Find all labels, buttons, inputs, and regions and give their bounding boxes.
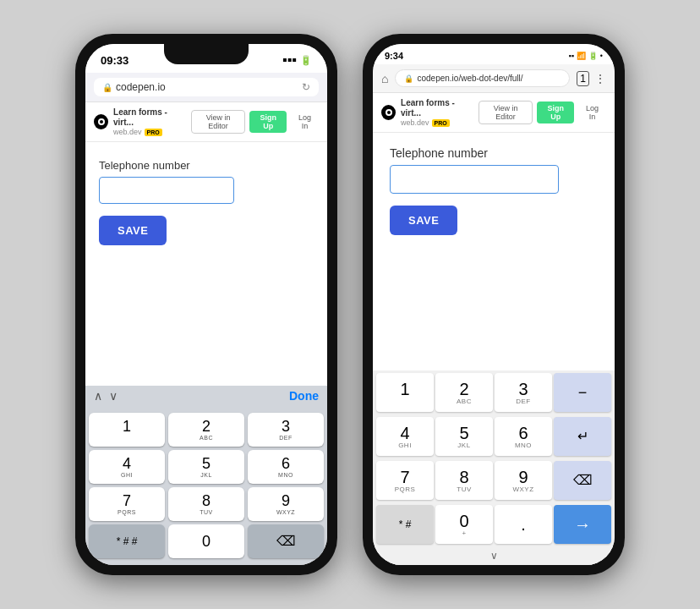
right-cp-toolbar: Learn forms - virt... web.dev PRO View i… [373,93,615,133]
android-kb-key-2[interactable]: 2 ABC [435,373,493,412]
kb-key-5[interactable]: 5 JKL [168,450,244,484]
android-kb-key-4[interactable]: 4 GHI [376,417,434,456]
left-page-content: Telephone number SAVE [85,142,327,386]
kb-key-3-main: 3 [282,419,290,434]
kb-key-0[interactable]: 0 [168,524,244,558]
right-cp-actions: View in Editor Sign Up Log In [479,101,606,124]
android-kb-enter-main: ↵ [577,430,588,443]
android-back-button[interactable]: ⌂ [381,72,388,85]
kb-key-8-sub: TUV [200,509,213,515]
ios-keyboard: 1 2 ABC 3 DEF 4 GHI 5 [85,408,327,565]
android-kb-2-sub: ABC [457,398,472,405]
ios-keyboard-toolbar: ∧ ∨ Done [85,386,327,408]
kb-arrow-down[interactable]: ∨ [109,389,118,403]
sign-up-button[interactable]: Sign Up [249,111,286,133]
kb-key-4-sub: GHI [121,472,133,478]
codepen-logo [94,114,108,129]
kb-key-6-sub: MNO [278,472,293,478]
android-kb-key-symbols[interactable]: * # [376,505,434,544]
left-save-button[interactable]: SAVE [99,216,167,245]
kb-key-4[interactable]: 4 GHI [89,450,165,484]
android-kb-6-main: 6 [518,425,528,442]
right-cp-subtitle: web.dev PRO [401,118,473,127]
kb-key-7[interactable]: 7 PQRS [89,487,165,521]
kb-key-3-sub: DEF [279,435,293,441]
android-keyboard-chevron[interactable]: ∨ [373,546,615,565]
signal-icon: ▪▪▪ [282,52,297,68]
android-keyboard: 1 2 ABC 3 DEF − 4 GHI [373,370,615,565]
android-kb-9-main: 9 [518,469,528,486]
right-form-label: Telephone number [390,146,598,160]
android-tab-icon[interactable]: 1 [577,71,589,86]
kb-arrow-up[interactable]: ∧ [94,389,102,403]
cp-domain: web.dev [113,128,142,136]
kb-key-1-main: 1 [123,419,131,434]
right-sign-up-button[interactable]: Sign Up [537,102,573,123]
log-in-button[interactable]: Log In [291,111,319,133]
android-kb-key-go[interactable]: → [554,505,611,544]
android-kb-go-main: → [574,516,591,533]
kb-key-2-main: 2 [202,419,211,434]
android-kb-key-3[interactable]: 3 DEF [495,373,552,412]
android-kb-key-dot[interactable]: . [495,505,552,544]
kb-key-0-main: 0 [202,534,211,549]
android-kb-key-0[interactable]: 0 + [435,505,493,544]
kb-key-5-main: 5 [202,456,211,471]
android-battery-icon: 🔋 [588,52,598,60]
view-editor-button[interactable]: View in Editor [191,110,246,134]
android-kb-key-backspace[interactable]: ⌫ [554,461,611,500]
android-kb-key-5[interactable]: 5 JKL [435,417,493,456]
android-kb-key-9[interactable]: 9 WXYZ [495,461,552,500]
kb-done-button[interactable]: Done [289,389,319,403]
left-telephone-input[interactable] [99,177,234,204]
android-browser-actions: 1 ⋮ [577,71,606,86]
left-status-time: 09:33 [101,54,129,67]
android-menu-icon[interactable]: ⋮ [594,72,606,85]
android-kb-dot-main: . [521,516,526,533]
reload-icon[interactable]: ↻ [302,81,310,93]
kb-key-8[interactable]: 8 TUV [168,487,244,521]
right-telephone-input[interactable] [390,165,559,194]
kb-key-symbols[interactable]: * # # [89,524,165,558]
android-kb-key-8[interactable]: 8 TUV [435,461,493,500]
android-kb-0-main: 0 [459,513,468,529]
android-browser-nav: ⌂ 🔒 codepen.io/web-dot-dev/full/ 1 ⋮ [373,64,615,93]
right-codepen-logo [381,105,396,120]
kb-row-2: 4 GHI 5 JKL 6 MNO [89,450,324,484]
kb-key-3[interactable]: 3 DEF [248,413,324,447]
ios-url-row[interactable]: 🔒 codepen.io ↻ [94,78,319,96]
kb-key-2[interactable]: 2 ABC [168,413,244,447]
android-kb-6-sub: MNO [515,442,532,449]
kb-key-9[interactable]: 9 WXYZ [248,487,324,521]
android-wifi-icon: 📶 [577,52,586,60]
android-kb-4-sub: GHI [398,442,412,449]
android-kb-row-4: * # 0 + . → [373,502,615,546]
android-url-bar[interactable]: 🔒 codepen.io/web-dot-dev/full/ [395,69,570,87]
android-kb-9-sub: WXYZ [512,486,533,493]
kb-key-8-main: 8 [202,493,211,508]
android-kb-minus-main: − [578,385,588,400]
android-kb-key-enter[interactable]: ↵ [554,417,611,456]
right-codepen-logo-inner [386,109,392,116]
android-kb-1-sub [404,398,407,405]
right-log-in-button[interactable]: Log In [578,102,606,123]
android-lock-icon: 🔒 [404,74,413,83]
ios-status-bar: 09:33 ▪▪▪ 🔋 [85,44,327,73]
right-page-content: Telephone number SAVE [373,133,615,370]
android-kb-key-7[interactable]: 7 PQRS [376,461,434,500]
kb-key-1[interactable]: 1 [89,413,165,447]
android-kb-1-main: 1 [400,381,409,398]
right-view-editor-button[interactable]: View in Editor [479,101,533,124]
android-kb-row-1: 1 2 ABC 3 DEF − [373,370,615,414]
right-save-button[interactable]: SAVE [390,206,457,235]
kb-key-backspace[interactable]: ⌫ [248,524,324,558]
kb-key-6[interactable]: 6 MNO [248,450,324,484]
lock-icon: 🔒 [102,83,112,92]
android-status-bar: 9:34 ▪▪ 📶 🔋 • [373,44,615,64]
android-kb-7-sub: PQRS [395,486,416,493]
pro-badge: PRO [145,129,162,136]
android-kb-key-1[interactable]: 1 [376,373,434,412]
kb-row-1: 1 2 ABC 3 DEF [89,413,324,447]
android-kb-key-6[interactable]: 6 MNO [495,417,552,456]
android-kb-key-minus[interactable]: − [554,373,611,412]
